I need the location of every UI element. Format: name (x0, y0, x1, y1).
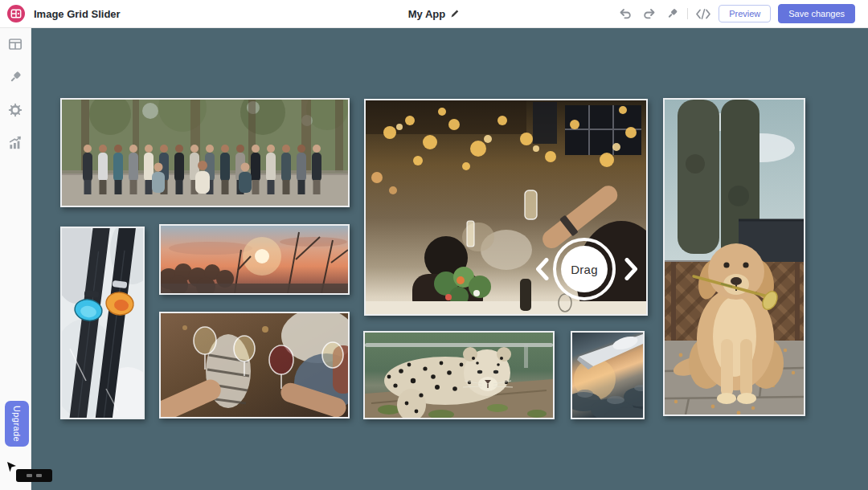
tooltip-glyph (27, 474, 32, 477)
chart-icon[interactable] (6, 134, 24, 152)
slider-image-group-photo[interactable] (60, 98, 350, 207)
drag-label: Drag (571, 263, 598, 276)
upgrade-button[interactable]: Upgrade (5, 401, 29, 447)
sidebar: Upgrade (0, 27, 31, 490)
slider-image-dog-flower[interactable] (663, 98, 805, 416)
page-title: Image Grid Slider (34, 8, 121, 20)
preview-button[interactable]: Preview (719, 5, 771, 22)
mini-tooltip (16, 469, 52, 482)
chevron-left-icon[interactable] (534, 258, 551, 280)
drag-handle-face[interactable]: Drag (561, 246, 608, 292)
undo-icon[interactable] (617, 6, 633, 22)
save-changes-button[interactable]: Save changes (778, 4, 855, 23)
grid-slider-logo-icon (10, 8, 22, 19)
sidebar-icon-list (0, 27, 31, 152)
app-logo[interactable] (7, 5, 25, 22)
app-name-label: My App (408, 8, 445, 20)
gear-icon[interactable] (6, 101, 24, 119)
table-icon[interactable] (6, 35, 24, 53)
brush-icon[interactable] (6, 68, 24, 86)
slider-image-sunset[interactable] (159, 224, 350, 295)
code-icon[interactable] (695, 6, 711, 22)
slider-image-leopard[interactable] (363, 331, 555, 419)
chevron-right-icon[interactable] (623, 258, 639, 280)
tooltip-glyph (36, 474, 42, 477)
slider-image-wine-toast[interactable] (159, 312, 350, 419)
topbar-actions: Preview Save changes (617, 4, 868, 23)
app-name-editor[interactable]: My App (408, 8, 460, 20)
toolbar-divider (687, 8, 688, 19)
drag-handle[interactable]: Drag (553, 238, 616, 300)
slider-image-skis[interactable] (60, 227, 145, 419)
topbar: Image Grid Slider My App (0, 0, 868, 28)
slider-image-airplane-wing[interactable] (571, 331, 645, 419)
paintbrush-icon[interactable] (664, 6, 680, 22)
redo-icon[interactable] (641, 6, 657, 22)
canvas: Drag (31, 27, 868, 490)
pencil-icon[interactable] (450, 9, 460, 18)
